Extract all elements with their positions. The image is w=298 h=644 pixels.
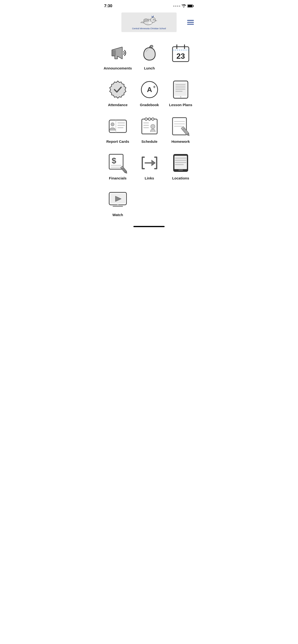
status-time: 7:30 [104,4,112,8]
svg-point-31 [145,118,147,120]
svg-text:23: 23 [176,52,185,60]
lunch-icon [139,42,160,64]
signal-dots-icon [173,6,180,7]
svg-point-33 [152,118,154,120]
header: Central Minnesota Christian School [99,10,199,34]
links-label: Links [145,176,154,180]
announcements-icon [107,42,129,64]
grid-item-financials[interactable]: $ Financials [102,148,134,185]
schedule-icon [139,116,160,137]
report-cards-icon [107,116,129,137]
watch-label: Watch [112,213,123,217]
svg-rect-8 [112,50,116,56]
grid-item-schedule[interactable]: Schedule [134,112,165,148]
svg-text:+: + [153,84,156,90]
wifi-icon [182,4,186,8]
grid-item-watch[interactable]: Watch [102,185,134,222]
attendance-label: Attendance [108,103,128,107]
svg-text:$: $ [112,156,116,165]
home-indicator [133,226,165,227]
financials-label: Financials [109,176,126,180]
grid-item-homework[interactable]: Homework [165,112,196,148]
svg-point-7 [148,22,152,24]
announcements-label: Announcements [104,66,132,70]
svg-point-65 [117,204,118,206]
svg-rect-2 [188,5,192,7]
homework-icon [170,116,192,137]
attendance-icon [107,79,129,100]
hamburger-line-2 [187,22,194,23]
svg-point-26 [111,123,114,126]
financials-icon: $ [107,152,129,174]
svg-point-6 [154,20,154,20]
grid-item-report-cards[interactable]: Report Cards [102,112,134,148]
school-name: Central Minnesota Christian School [132,27,166,30]
grid-item-attendance[interactable]: Attendance [102,75,134,112]
svg-text:A: A [147,86,152,94]
report-cards-label: Report Cards [106,140,129,144]
calendar-icon: 23 [170,42,192,64]
status-icons [173,4,194,8]
grid-item-links[interactable]: Links [134,148,165,185]
lesson-plans-label: Lesson Plans [169,103,192,107]
homework-label: Homework [172,140,190,144]
grid-item-lesson-plans[interactable]: Lesson Plans [165,75,196,112]
grid-item-lunch[interactable]: Lunch [134,38,165,75]
gradebook-label: Gradebook [140,103,159,107]
schedule-label: Schedule [141,140,158,144]
lesson-plans-icon [170,79,192,100]
watch-icon [107,189,129,210]
svg-rect-1 [193,6,194,7]
bottom-bar [99,224,199,230]
lunch-label: Lunch [144,66,155,70]
svg-point-32 [148,118,151,120]
gradebook-icon: A + [139,79,160,100]
school-logo-bird [139,15,159,27]
status-bar: 7:30 [99,0,199,10]
hamburger-line-3 [187,24,194,25]
hamburger-line-1 [187,20,194,21]
grid-item-calendar[interactable]: 23 23 [165,38,196,75]
svg-point-19 [180,96,181,98]
battery-icon [187,4,194,8]
svg-rect-24 [109,120,126,132]
grid-item-announcements[interactable]: Announcements [102,38,134,75]
logo-box: Central Minnesota Christian School [121,12,177,32]
locations-icon [170,152,192,174]
links-icon [139,152,160,174]
main-grid: Announcements Lunch [99,36,199,224]
grid-item-locations[interactable]: Locations [165,148,196,185]
locations-label: Locations [172,176,189,180]
hamburger-menu-button[interactable] [186,19,195,26]
svg-point-34 [151,124,155,129]
grid-item-gradebook[interactable]: A + Gradebook [134,75,165,112]
